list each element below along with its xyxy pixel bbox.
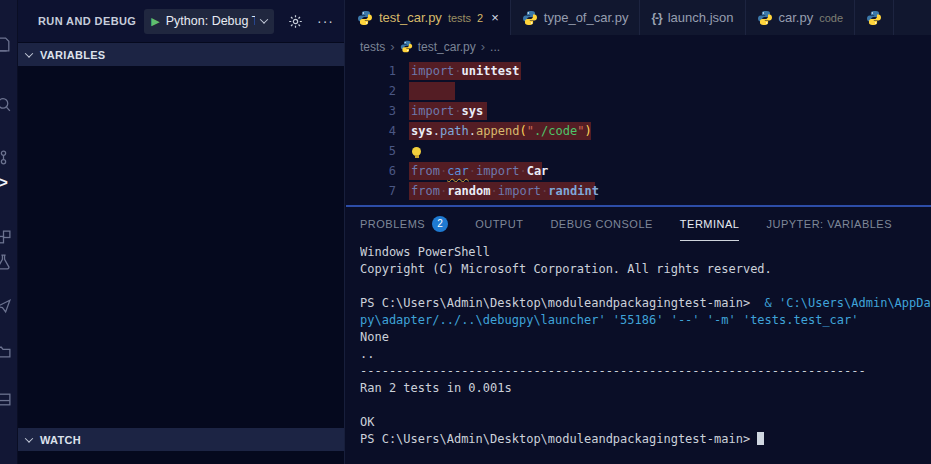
breadcrumb-item[interactable]: test_car.py [418,40,476,54]
panel-tab-bar: PROBLEMS2OUTPUTDEBUG CONSOLETERMINALJUPY… [346,207,931,238]
editor-tab-extra[interactable] [855,0,894,35]
json-file-icon: {-} [651,11,661,25]
panel-tab-output[interactable]: OUTPUT [475,207,523,238]
tab-label: test_car.py [379,10,442,25]
code-token: import [411,64,454,78]
code-token: · [454,104,461,118]
terminal-text: Windows PowerShell [360,245,490,259]
code-token: sys [462,104,484,118]
editor-tab-bar: test_car.pytests2×type_of_car.py{-}launc… [346,0,931,35]
terminal-text: Copyright (C) Microsoft Corporation. All… [360,262,772,276]
search-icon[interactable] [0,93,14,115]
terminal-text: .. [360,347,374,361]
lightbulb-icon[interactable] [412,147,421,156]
terminal-line: Windows PowerShell [360,245,931,262]
line-number: 7 [346,184,396,198]
terminal-line: Ran 2 tests in 0.001s [360,381,931,398]
code-token: · [519,164,526,178]
code-token: append [476,124,519,138]
tab-problems-badge: 2 [477,12,483,24]
panel-tab-debug-console[interactable]: DEBUG CONSOLE [550,207,652,238]
panel-tab-jupyter-variables[interactable]: JUPYTER: VARIABLES [766,207,892,238]
line-number: 3 [346,104,396,118]
terminal-line: None [360,330,931,347]
watch-section-header[interactable]: WATCH [18,428,344,451]
code-token: path [440,124,469,138]
variables-section-label: VARIABLES [40,49,105,61]
terminal-line: PS C:\Users\Admin\Desktop\moduleandpacka… [360,296,931,313]
files-icon[interactable] [0,33,14,55]
code-token: · [491,184,498,198]
breadcrumb-item[interactable]: ... [490,40,500,54]
activity-bar[interactable]: > [0,0,18,464]
terminal-line [360,279,931,296]
code-token: randint [548,184,599,198]
code-token: random [447,184,490,198]
panel-layout-icon[interactable] [0,388,14,410]
code-editor[interactable]: 1import·unittest23import·sys4sys.path.ap… [346,58,931,205]
variables-section-header[interactable]: VARIABLES [18,43,344,66]
editor-tab-test_car.py[interactable]: test_car.pytests2× [346,0,511,35]
terminal-line: ----------------------------------------… [360,364,931,381]
testing-icon[interactable] [0,250,14,272]
terminal-output[interactable]: Windows PowerShellCopyright (C) Microsof… [346,238,931,449]
terminal-cursor [757,432,764,445]
terminal-line: .. [360,347,931,364]
source-control-icon[interactable] [0,146,14,168]
problems-count-badge: 2 [432,216,448,232]
code-line: 3import·sys [346,101,931,121]
python-file-icon [522,10,538,26]
editor-tab-car.py[interactable]: car.pycode [746,0,856,35]
code-token: ) [584,124,591,138]
terminal-text: None [360,330,389,344]
code-line: 6from·car·import·Car [346,161,931,181]
remote-icon[interactable] [0,294,14,316]
terminal-line: OK [360,415,931,432]
editor-tab-type_of_car.py[interactable]: type_of_car.py [511,0,641,35]
chevron-down-icon [25,49,33,57]
tab-label: launch.json [668,10,734,25]
editor-tab-launch.json[interactable]: {-}launch.json [640,0,745,35]
tab-description: code [819,12,843,24]
panel-tab-label: JUPYTER: VARIABLES [766,218,892,230]
more-actions-icon[interactable]: ··· [317,13,334,29]
extensions-icon[interactable] [0,226,14,248]
terminal-text: OK [360,415,374,429]
panel-tab-label: PROBLEMS [360,218,425,230]
terminal-line: py\adapter/../..\debugpy\launcher' '5518… [360,313,931,330]
line-number: 2 [346,84,396,98]
code-token: . [469,124,476,138]
code-token: from [411,164,440,178]
coverage-highlight [409,82,455,100]
code-line: 7from·random·import·randint [346,181,931,201]
code-token: from [411,184,440,198]
folder-icon[interactable] [0,340,14,362]
python-file-icon [866,10,882,26]
breadcrumb-item[interactable]: tests [360,40,385,54]
code-token: import [476,164,519,178]
tab-description: tests [448,12,471,24]
close-icon[interactable]: × [491,10,499,25]
code-token: · [454,64,461,78]
editor-area: test_car.pytests2×type_of_car.py{-}launc… [346,0,931,464]
code-line: 5 [346,141,931,161]
run-and-debug-icon[interactable]: > [0,172,14,194]
panel-tab-terminal[interactable]: TERMINAL [680,210,740,241]
start-debug-icon[interactable]: ▶ [151,16,159,27]
panel-tab-problems[interactable]: PROBLEMS2 [360,207,448,238]
code-line: 2 [346,81,931,101]
python-file-icon [357,10,373,26]
code-token: ( [519,124,526,138]
debug-config-dropdown[interactable]: ▶ Python: Debug T [144,9,274,34]
panel-tab-label: DEBUG CONSOLE [550,218,652,230]
panel-tab-label: TERMINAL [680,218,740,230]
code-token: ./code [534,124,577,138]
sidebar-title: RUN AND DEBUG [38,15,136,27]
code-token: import [498,184,541,198]
gear-icon[interactable] [288,14,303,29]
terminal-text: py\adapter/../..\debugpy\launcher' '5518… [360,313,859,327]
terminal-text: PS C:\Users\Admin\Desktop\moduleandpacka… [360,296,765,310]
debug-config-label: Python: Debug T [166,14,255,28]
breadcrumb: tests›test_car.py›... [346,35,931,58]
terminal-line: Copyright (C) Microsoft Corporation. All… [360,262,931,279]
